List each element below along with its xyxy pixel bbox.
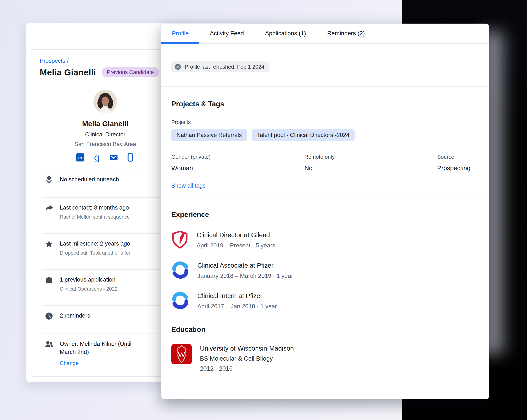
experience-meta: April 2019 – Present · 5 years	[197, 242, 275, 249]
project-chip[interactable]: Nathan Passive Referrals	[171, 129, 247, 141]
divider	[161, 384, 489, 384]
field-remote-only: Remote only No	[304, 154, 437, 172]
projects-tags-heading: Projects & Tags	[171, 87, 479, 108]
experience-title: Clinical Intern at Pfizer	[197, 291, 277, 300]
phone-icon[interactable]	[126, 153, 135, 162]
field-value: Prospecting	[437, 164, 479, 172]
breadcrumb[interactable]: Prospects /	[40, 57, 68, 64]
experience-title: Clinical Director at Gilead	[197, 230, 275, 239]
education-entry: W University of Wisconsin-Madison BS Mol…	[171, 344, 479, 372]
item-title: Last milestone: 2 years ago	[60, 240, 130, 248]
project-chip[interactable]: Talent pool - Clinical Directors -2024	[252, 129, 355, 141]
tab-bar: Profile Activity Feed Applications (1) R…	[161, 23, 489, 44]
uw-madison-logo: W	[171, 344, 192, 364]
item-title: Owner: Melinda Kilner (Until March 2nd)	[60, 340, 143, 356]
refreshed-text: Profile last refreshed: Feb 1 2024	[185, 64, 264, 70]
field-label: Source	[437, 154, 479, 160]
education-school: University of Wisconsin-Madison	[200, 344, 294, 352]
svg-text:W: W	[178, 350, 186, 359]
profile-detail-card: Profile Activity Feed Applications (1) R…	[161, 23, 489, 399]
education-degree: BS Molecular & Cell Bilogy	[200, 355, 294, 362]
experience-meta: January 2018 – March 2019 · 1 year	[197, 272, 293, 279]
share-icon	[45, 204, 53, 212]
tab-activity-feed[interactable]: Activity Feed	[199, 23, 254, 43]
clock-icon	[45, 312, 53, 320]
tab-profile[interactable]: Profile	[161, 23, 199, 43]
profile-location: San Francisco Bay Area	[40, 141, 171, 148]
svg-text:in: in	[78, 155, 82, 160]
pfizer-logo	[171, 260, 189, 280]
experience-meta: April 2017 – Jan 2018 · 1 year	[197, 303, 277, 310]
page-title: Melia Gianelli	[40, 67, 96, 77]
tab-applications[interactable]: Applications (1)	[254, 23, 317, 43]
field-source: Source Prospecting	[437, 154, 479, 172]
item-title: Last contact: 8 months ago	[60, 204, 130, 212]
item-subtitle: Clinical Operations - 2022	[60, 286, 118, 292]
avatar	[93, 90, 117, 113]
profile-name: Melia Gianelli	[40, 120, 171, 128]
people-icon	[45, 340, 53, 348]
linkedin-icon[interactable]: in	[76, 153, 85, 162]
education-heading: Education	[171, 310, 479, 334]
field-label: Gender (private)	[171, 154, 304, 160]
g-icon[interactable]: g	[93, 153, 101, 162]
mail-icon[interactable]	[109, 153, 118, 162]
field-label: Remote only	[304, 154, 437, 160]
previous-candidate-badge: Previous Candidate	[101, 67, 159, 77]
experience-entry: Clinical Associate at Pfizer January 201…	[171, 260, 479, 280]
star-icon	[45, 240, 53, 248]
pfizer-logo	[171, 291, 189, 310]
experience-entry: Clinical Director at Gilead April 2019 –…	[171, 230, 479, 249]
profile-title: Clinical Director	[40, 131, 171, 138]
tab-reminders[interactable]: Reminders (2)	[317, 23, 375, 43]
field-gender: Gender (private) Woman	[171, 154, 304, 172]
experience-heading: Experience	[171, 197, 479, 219]
experience-entry: Clinical Intern at Pfizer April 2017 – J…	[171, 291, 479, 310]
change-owner-link[interactable]: Change	[60, 360, 79, 366]
gilead-logo	[171, 230, 188, 249]
item-title: 1 previous application	[60, 276, 118, 284]
item-subtitle: Rachel Mellon sent a sequence	[60, 214, 130, 220]
show-all-tags-link[interactable]: Show all tags	[171, 183, 206, 189]
profile-refreshed-chip: Profile last refreshed: Feb 1 2024	[171, 61, 270, 72]
experience-title: Clinical Associate at Pfizer	[197, 260, 293, 269]
briefcase-icon	[45, 276, 53, 284]
education-years: 2012 - 2016	[200, 365, 294, 372]
item-title: No scheduled outreach	[60, 175, 119, 183]
layers-icon	[45, 176, 53, 184]
projects-label: Projects	[171, 119, 479, 125]
page-background: Prospects / Melia Gianelli Previous Cand…	[0, 0, 527, 420]
field-value: No	[304, 164, 437, 172]
item-title: 2 reminders	[60, 312, 90, 320]
check-circle-icon	[175, 64, 181, 70]
profile-header: Melia Gianelli Clinical Director San Fra…	[40, 90, 171, 162]
field-value: Woman	[171, 164, 304, 172]
item-subtitle: Dropped out: Took another offer	[60, 250, 130, 256]
